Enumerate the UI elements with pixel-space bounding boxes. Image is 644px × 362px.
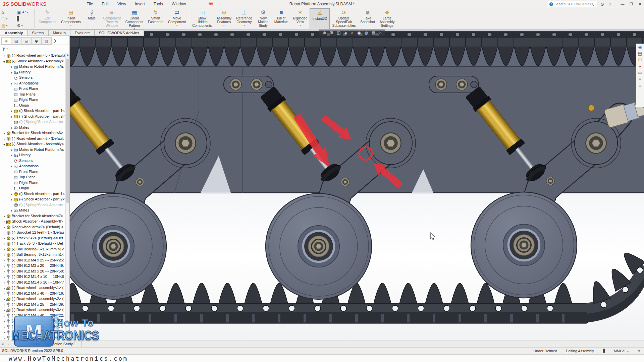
expander-icon[interactable] bbox=[3, 318, 6, 324]
account-icon[interactable]: ⊙ bbox=[600, 2, 604, 7]
exploded-view-button[interactable]: ✶Exploded View▼ bbox=[290, 8, 310, 29]
tree-item[interactable]: Shock Absorber - Assembly<8> bbox=[0, 219, 65, 224]
tree-item[interactable]: AAnnotations bbox=[0, 80, 65, 86]
model-tab-nav-2-icon[interactable]: › bbox=[12, 341, 18, 347]
apply-scene-icon[interactable]: ▤ bbox=[372, 29, 375, 36]
dimxpertmanager-tab[interactable]: ⊕ bbox=[32, 37, 42, 45]
tree-item[interactable]: (-) Road wheel - assembly<3> ( bbox=[0, 307, 65, 313]
tree-item[interactable]: History bbox=[0, 69, 65, 75]
menu-view[interactable]: View bbox=[117, 2, 126, 6]
new-document-button[interactable]: ▢▾ bbox=[1, 16, 17, 21]
edit-appearance-icon[interactable]: ◍ bbox=[364, 29, 368, 36]
view-palette-icon[interactable]: ≡ bbox=[639, 76, 641, 82]
tree-item[interactable]: (-) DIN 912 M4 x 40 --- 20N<16: bbox=[0, 291, 65, 296]
expander-icon[interactable] bbox=[3, 296, 6, 302]
tree-item[interactable]: (-) DIN 912 M3 x 20 --- 20N<49: bbox=[0, 263, 65, 268]
options-button[interactable]: ⚙▾ bbox=[17, 23, 34, 28]
displaymanager-tab[interactable]: ◍ bbox=[42, 37, 52, 45]
bill-of-materials-button[interactable]: ≡Bill of Materials bbox=[272, 8, 291, 29]
tree-item[interactable]: Sensors bbox=[0, 75, 65, 80]
filter-caret-icon[interactable]: ▾ bbox=[6, 47, 8, 50]
tree-item[interactable]: (-) DIN 912 M1.4 x 10 --- 10N<7 bbox=[0, 280, 65, 285]
tab-markup[interactable]: Markup bbox=[49, 29, 70, 36]
display-style-icon[interactable]: ◐ bbox=[351, 29, 354, 36]
hide-show-items-icon[interactable]: ◉ bbox=[357, 29, 361, 36]
tree-item[interactable]: (-) Road wheel arm<5> (Default) bbox=[0, 53, 65, 58]
expander-icon[interactable] bbox=[10, 196, 13, 202]
tree-item[interactable]: (f) Shock Absorber - part 1< bbox=[0, 191, 65, 197]
viewport-3d[interactable] bbox=[0, 29, 644, 347]
home-button[interactable]: ⌂ bbox=[1, 10, 17, 15]
move-component-button[interactable]: ⇄Move Component▼ bbox=[166, 8, 188, 29]
tree-item[interactable]: (-) Shock Absorber - part 2< bbox=[0, 196, 65, 202]
model-tab-nav-3-icon[interactable]: » bbox=[18, 341, 24, 347]
zoom-fit-icon[interactable]: ⊕ bbox=[323, 29, 326, 36]
tree-item[interactable]: Mates bbox=[0, 125, 65, 130]
expander-icon[interactable] bbox=[10, 108, 13, 114]
tree-scrollbar[interactable]: ▲ ▼ bbox=[65, 53, 69, 341]
menu-window[interactable]: Window bbox=[172, 2, 186, 6]
tree-item[interactable]: Sensors bbox=[0, 158, 65, 164]
tab-evaluate[interactable]: Evaluate bbox=[70, 29, 95, 36]
tab-model[interactable]: Model bbox=[24, 341, 46, 347]
tree-item[interactable]: Origin bbox=[0, 185, 65, 191]
expander-icon[interactable] bbox=[3, 252, 6, 257]
take-snapshot-button[interactable]: ◙Take Snapshot bbox=[358, 8, 377, 29]
expander-icon[interactable] bbox=[3, 291, 6, 296]
tree-item[interactable]: Bracket for Shock Absorber<6> bbox=[0, 130, 65, 136]
toolbox-icon[interactable]: ⊞ bbox=[638, 57, 642, 63]
tree-item[interactable]: Origin bbox=[0, 103, 65, 108]
assembly-features-button[interactable]: ⊚Assembly Features▼ bbox=[214, 8, 234, 29]
dropdown-caret-icon[interactable]: ▼ bbox=[223, 24, 225, 26]
expander-icon[interactable] bbox=[3, 263, 6, 268]
tree-item[interactable]: (-) Road wheel - assembly<1> ( bbox=[0, 285, 65, 291]
expander-icon[interactable] bbox=[3, 302, 6, 307]
expander-icon[interactable] bbox=[3, 285, 6, 291]
tree-item[interactable]: (-) DIN 912 M4 x 40 --- 20N<71 bbox=[0, 324, 65, 329]
expander-icon[interactable] bbox=[3, 241, 6, 246]
expander-icon[interactable] bbox=[3, 335, 6, 341]
update-speedpak-button[interactable]: ⟳Update SpeedPak Subassemblies bbox=[330, 8, 358, 29]
search-box[interactable]: ? Search SOLIDWORKS Help ▾ bbox=[548, 1, 597, 7]
tab-assembly[interactable]: Assembly bbox=[0, 29, 28, 36]
model-tab-nav-0-icon[interactable]: « bbox=[0, 341, 6, 347]
rebuild-button[interactable] bbox=[17, 16, 34, 21]
tree-item[interactable]: (-) Road wheel arm<6> (Default bbox=[0, 136, 65, 141]
expander-icon[interactable] bbox=[3, 257, 6, 263]
instant3d-button[interactable]: ∡Instant3D bbox=[310, 8, 330, 29]
expander-icon[interactable] bbox=[3, 274, 6, 280]
menu-file[interactable]: File bbox=[87, 2, 93, 6]
expander-icon[interactable] bbox=[10, 64, 13, 69]
restore-button[interactable]: ❐ bbox=[627, 0, 636, 8]
expander-icon[interactable] bbox=[10, 152, 13, 158]
undo-button[interactable]: ↶▾ bbox=[22, 9, 29, 15]
dropdown-caret-icon[interactable]: ▼ bbox=[70, 24, 72, 26]
appearances-scenes-icon[interactable]: ◕ bbox=[639, 64, 641, 69]
expander-icon[interactable] bbox=[3, 324, 6, 329]
tree-item[interactable]: (f) Shock Absorber - part 1< bbox=[0, 108, 65, 114]
search-icon[interactable] bbox=[590, 3, 593, 5]
expander-icon[interactable] bbox=[10, 125, 13, 130]
expander-icon[interactable] bbox=[3, 219, 6, 224]
view-settings-icon[interactable]: ⌂ bbox=[379, 29, 381, 36]
tree-item[interactable]: (-) DIN 912 M4 x 40 --- 20N<53 bbox=[0, 329, 65, 335]
tree-item[interactable]: (-) DIN 912 M4 x 40 --- 20N<54 bbox=[0, 335, 65, 341]
search-scope-caret-icon[interactable]: ▾ bbox=[594, 3, 596, 6]
tree-item[interactable]: Top Plane bbox=[0, 92, 65, 97]
tree-item[interactable]: (-) Road wheel - assembly<2> ( bbox=[0, 296, 65, 302]
tree-item[interactable]: Mates in Robot Platform As bbox=[0, 64, 65, 69]
expander-icon[interactable] bbox=[3, 224, 6, 230]
expander-icon[interactable] bbox=[3, 307, 6, 313]
tab-sketch[interactable]: Sketch bbox=[28, 29, 48, 36]
configurationmanager-tab[interactable]: ⊟ bbox=[21, 37, 32, 45]
smart-fasteners-button[interactable]: ↯Smart Fasteners bbox=[146, 8, 166, 29]
expander-icon[interactable] bbox=[3, 141, 6, 147]
tab-motion-study-1[interactable]: Motion Study 1 bbox=[46, 341, 82, 347]
expander-icon[interactable] bbox=[10, 80, 13, 86]
mate-button[interactable]: ∮Mate bbox=[83, 8, 101, 29]
filter-icon[interactable] bbox=[2, 48, 5, 50]
expander-icon[interactable] bbox=[3, 213, 6, 219]
tree-item[interactable]: Top Plane bbox=[0, 174, 65, 180]
expander-icon[interactable] bbox=[10, 163, 13, 169]
units-selector[interactable]: MMGS▴ bbox=[614, 349, 629, 353]
